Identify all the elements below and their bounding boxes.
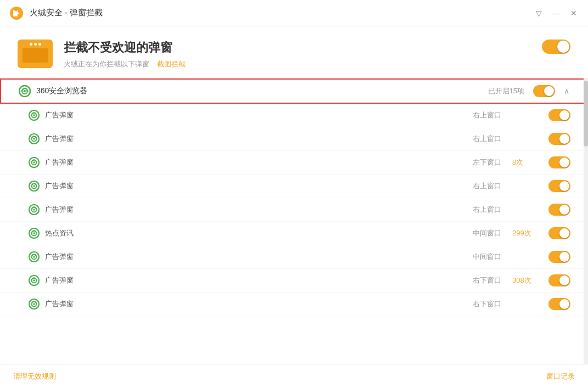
main-toggle-track xyxy=(542,40,570,54)
rule-browser-icon xyxy=(29,204,40,215)
group-count: 已开启15项 xyxy=(488,86,524,96)
rule-browser-icon xyxy=(29,181,40,192)
table-row: 广告弹窗 中间窗口 xyxy=(0,245,588,269)
rule-toggle[interactable] xyxy=(548,274,570,286)
browser-group-header[interactable]: e 360安全浏览器 已开启15项 ∧ xyxy=(0,78,588,104)
group-toggle-thumb xyxy=(544,86,554,96)
icon-dots xyxy=(30,43,41,46)
subtitle-text: 火绒正在为你拦截以下弹窗 xyxy=(64,60,149,68)
header-title: 拦截不受欢迎的弹窗 xyxy=(64,40,542,56)
rule-toggle-track xyxy=(548,109,570,121)
rule-browser-icon xyxy=(29,133,40,144)
svg-point-11 xyxy=(33,138,35,140)
bottom-bar: 清理无效规则 窗口记录 xyxy=(0,364,588,388)
svg-point-8 xyxy=(33,114,35,116)
table-row: 广告弹窗 右下窗口 308次 xyxy=(0,269,588,293)
rule-toggle[interactable] xyxy=(548,180,570,192)
rule-browser-icon xyxy=(29,110,40,121)
rule-position: 右上窗口 xyxy=(457,205,501,215)
svg-point-29 xyxy=(33,279,35,282)
window-controls: ▽ — ✕ xyxy=(533,8,579,19)
app-title: 火绒安全 - 弹窗拦截 xyxy=(30,8,103,18)
rule-toggle-thumb xyxy=(559,205,569,215)
main-toggle-thumb xyxy=(557,41,569,53)
scrollbar-thumb[interactable] xyxy=(584,81,588,147)
svg-point-26 xyxy=(33,256,35,258)
rule-toggle[interactable] xyxy=(548,204,570,216)
rule-position: 中间窗口 xyxy=(457,252,501,262)
svg-point-20 xyxy=(33,209,35,211)
rule-name: 广告弹窗 xyxy=(45,275,457,285)
svg-point-14 xyxy=(33,161,35,164)
icon-bar xyxy=(23,48,48,63)
browser-name: 360安全浏览器 xyxy=(36,86,488,96)
rule-toggle-thumb xyxy=(559,299,569,309)
svg-point-23 xyxy=(33,232,35,234)
header-subtitle: 火绒正在为你拦截以下弹窗 截图拦截 xyxy=(64,59,542,69)
rule-toggle-track xyxy=(548,274,570,286)
minimize-button[interactable]: — xyxy=(551,8,562,19)
rule-position: 右上窗口 xyxy=(457,181,501,191)
rule-name: 广告弹窗 xyxy=(45,299,457,309)
rule-toggle[interactable] xyxy=(548,156,570,168)
rule-position: 右下窗口 xyxy=(457,299,501,309)
rule-name: 广告弹窗 xyxy=(45,110,457,120)
rule-position: 右上窗口 xyxy=(457,134,501,144)
browser-icon: e xyxy=(19,85,31,97)
rule-toggle-track xyxy=(548,251,570,263)
main-toggle[interactable] xyxy=(542,40,570,54)
rule-toggle[interactable] xyxy=(548,251,570,263)
table-row: 广告弹窗 左下窗口 8次 xyxy=(0,151,588,175)
rule-name: 广告弹窗 xyxy=(45,205,457,215)
rule-toggle-track xyxy=(548,204,570,216)
window-log-link[interactable]: 窗口记录 xyxy=(546,372,575,381)
rule-toggle-thumb xyxy=(559,110,569,120)
rule-toggle-track xyxy=(548,298,570,310)
header-section: 拦截不受欢迎的弹窗 火绒正在为你拦截以下弹窗 截图拦截 xyxy=(0,26,588,78)
header-text: 拦截不受欢迎的弹窗 火绒正在为你拦截以下弹窗 截图拦截 xyxy=(64,40,542,69)
rule-toggle-thumb xyxy=(559,181,569,191)
rule-toggle-thumb xyxy=(559,252,569,262)
scrollbar-track[interactable] xyxy=(584,78,588,364)
rule-toggle[interactable] xyxy=(548,298,570,310)
dot-1 xyxy=(30,43,32,46)
group-toggle[interactable] xyxy=(533,85,555,97)
app-icon xyxy=(9,5,24,21)
rule-name: 广告弹窗 xyxy=(45,134,457,144)
title-bar: 火绒安全 - 弹窗拦截 ▽ — ✕ xyxy=(0,0,588,26)
settings-button[interactable]: ▽ xyxy=(533,8,544,19)
rule-count: 308次 xyxy=(512,275,540,285)
table-row: 热点资讯 中间窗口 299次 xyxy=(0,222,588,245)
rule-toggle-track xyxy=(548,180,570,192)
rule-toggle-track xyxy=(548,227,570,239)
rule-toggle[interactable] xyxy=(548,133,570,145)
group-toggle-track xyxy=(533,85,555,97)
table-row: 广告弹窗 右上窗口 xyxy=(0,198,588,222)
main-toggle-area[interactable] xyxy=(542,40,570,54)
group-chevron-icon[interactable]: ∧ xyxy=(564,87,569,95)
rule-position: 中间窗口 xyxy=(457,228,501,238)
rule-toggle-track xyxy=(548,156,570,168)
rule-position: 右下窗口 xyxy=(457,275,501,285)
rule-position: 右上窗口 xyxy=(457,110,501,120)
rule-browser-icon xyxy=(29,251,40,262)
rule-toggle[interactable] xyxy=(548,227,570,239)
close-button[interactable]: ✕ xyxy=(568,8,579,19)
rule-toggle-track xyxy=(548,133,570,145)
rule-count: 8次 xyxy=(512,158,540,167)
rule-name: 广告弹窗 xyxy=(45,158,457,167)
rule-name: 热点资讯 xyxy=(45,228,457,238)
feature-icon xyxy=(18,40,53,68)
rules-container: 广告弹窗 右上窗口 广告弹窗 右上窗口 xyxy=(0,104,588,316)
svg-point-17 xyxy=(33,185,35,187)
screenshot-intercept-link[interactable]: 截图拦截 xyxy=(157,60,186,68)
rule-toggle-thumb xyxy=(559,158,569,167)
table-row: 广告弹窗 右上窗口 xyxy=(0,175,588,198)
clear-rules-link[interactable]: 清理无效规则 xyxy=(13,372,56,381)
table-row: 广告弹窗 右上窗口 xyxy=(0,104,588,127)
rule-name: 广告弹窗 xyxy=(45,252,457,262)
rule-browser-icon xyxy=(29,275,40,286)
rule-count: 299次 xyxy=(512,228,540,238)
rule-toggle[interactable] xyxy=(548,109,570,121)
table-row: 广告弹窗 右下窗口 xyxy=(0,293,588,316)
